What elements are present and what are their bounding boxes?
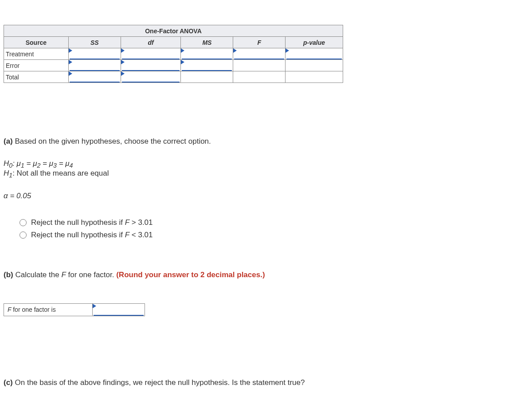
f-box-label: F for one factor is: [4, 303, 93, 316]
col-ss: SS: [68, 37, 121, 48]
cell-error-p: [286, 60, 343, 71]
input-total-ss[interactable]: [68, 71, 121, 83]
part-a-options: Reject the null hypothesis if F > 3.01 R…: [20, 218, 528, 239]
input-treatment-f[interactable]: [233, 48, 286, 60]
col-f: F: [233, 37, 286, 48]
row-total: Total: [4, 71, 343, 83]
alpha-level: α = 0.05: [4, 192, 528, 200]
radio-option-2[interactable]: [20, 232, 27, 239]
part-b-prompt: (b) Calculate the F for one factor. (Rou…: [4, 271, 528, 279]
row-treatment: Treatment: [4, 48, 343, 60]
input-treatment-df[interactable]: [121, 48, 181, 60]
radio-option-1[interactable]: [20, 219, 27, 226]
col-df: df: [121, 37, 181, 48]
part-c-label: (c): [4, 378, 13, 387]
row-label: Total: [4, 71, 69, 83]
input-f-value[interactable]: [93, 303, 145, 316]
row-label: Treatment: [4, 48, 69, 60]
option-1-label: Reject the null hypothesis if F > 3.01: [31, 218, 153, 227]
part-a-label: (a): [4, 137, 13, 145]
col-source: Source: [4, 37, 69, 48]
part-a-prompt: (a) Based on the given hypotheses, choos…: [4, 136, 528, 147]
option-2[interactable]: Reject the null hypothesis if F < 3.01: [20, 231, 528, 239]
f-answer-box: F for one factor is: [4, 303, 145, 316]
input-error-df[interactable]: [121, 60, 181, 71]
input-treatment-p[interactable]: [286, 48, 343, 60]
anova-title: One-Factor ANOVA: [4, 25, 343, 37]
row-label: Error: [4, 60, 69, 71]
option-1[interactable]: Reject the null hypothesis if F > 3.01: [20, 218, 528, 227]
input-error-ms[interactable]: [181, 60, 233, 71]
input-treatment-ss[interactable]: [68, 48, 121, 60]
cell-total-ms: [181, 71, 233, 83]
cell-error-f: [233, 60, 286, 71]
cell-total-f: [233, 71, 286, 83]
col-ms: MS: [181, 37, 233, 48]
anova-header-row: Source SS df MS F p-value: [4, 37, 343, 48]
part-c-prompt: (c) On the basis of the above findings, …: [4, 378, 528, 387]
row-error: Error: [4, 60, 343, 71]
anova-table: One-Factor ANOVA Source SS df MS F p-val…: [4, 25, 343, 83]
input-total-df[interactable]: [121, 71, 181, 83]
cell-total-p: [286, 71, 343, 83]
option-2-label: Reject the null hypothesis if F < 3.01: [31, 231, 153, 239]
part-b-hint: (Round your answer to 2 decimal places.): [116, 271, 265, 279]
input-error-ss[interactable]: [68, 60, 121, 71]
hypotheses: H0: μ1 = μ2 = μ3 = μ4 H1: Not all the me…: [4, 159, 528, 179]
col-pvalue: p-value: [286, 37, 343, 48]
part-b-label: (b): [4, 271, 13, 279]
input-treatment-ms[interactable]: [181, 48, 233, 60]
